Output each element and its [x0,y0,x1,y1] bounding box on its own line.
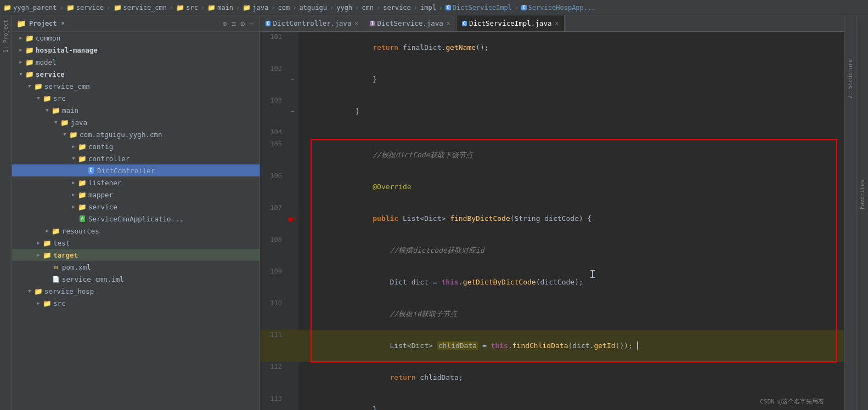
line-number: 110 [260,298,286,330]
tree-item-resources[interactable]: ▶ 📁 resources [12,225,260,237]
tree-item-iml[interactable]: ▶ 📄 service_cmn.iml [12,273,260,285]
line-gutter [286,298,298,330]
code-line-112: 112 return chlidData; [260,362,844,394]
arrow-icon: ↑ [293,215,297,223]
fold-icon[interactable]: − [291,77,294,83]
tab-close-button[interactable]: ✕ [354,20,358,27]
panel-collapse-button[interactable]: ≡ [230,19,237,28]
project-strip-label[interactable]: 1: Project [2,18,10,55]
code-lines: 101 return finalDict.getName(); 102 − } [260,32,844,410]
tree-label: service_cmn.iml [62,275,124,283]
breadcrumb-src[interactable]: 📁 src [176,4,198,12]
fold-icon[interactable]: − [291,109,294,115]
line-gutter [286,330,298,362]
tree-label: pom.xml [62,263,91,271]
tree-item-target[interactable]: ▶ 📁 target [12,249,260,261]
tree-item-hospital-manage[interactable]: ▶ 📁 hospital-manage [12,44,260,56]
folder-icon: 📁 [176,4,184,12]
folder-icon: 📁 [78,190,87,199]
tree-label: src [53,299,66,308]
tab-close-button[interactable]: ✕ [555,20,559,27]
line-number: 111 [260,330,286,362]
expand-icon: ▼ [52,118,60,127]
tree-label: service [88,203,117,211]
folder-icon: 📁 [78,154,87,163]
tab-label: DictController.java [273,19,351,27]
project-panel: 📁 Project ▼ ⊕ ≡ ⚙ − ▶ 📁 common ▶ 📁 [12,15,260,410]
tree-item-src-hosp[interactable]: ▶ 📁 src [12,297,260,309]
tree-label: service [36,70,65,78]
tab-DictController[interactable]: C DictController.java ✕ [260,15,364,31]
breadcrumb-com[interactable]: com [278,4,290,12]
folder-icon: 📁 [78,142,87,151]
folder-icon: 📁 [43,238,52,247]
favorites-strip-label[interactable]: Favorites [859,180,865,209]
tree-label: DictController [97,167,155,175]
tree-item-service-folder[interactable]: ▶ 📁 service [12,201,260,213]
panel-settings-button[interactable]: ⚙ [239,19,246,28]
tree-item-main[interactable]: ▼ 📁 main [12,104,260,116]
folder-target-icon: 📁 [43,250,52,259]
app-icon: A [78,214,87,223]
tree-item-common[interactable]: ▶ 📁 common [12,32,260,44]
breadcrumb-DictServiceImpl[interactable]: C DictServiceImpl [446,4,512,12]
tree-item-service-hosp[interactable]: ▼ 📁 service_hosp [12,285,260,297]
breadcrumb-main[interactable]: 📁 main [207,4,233,12]
folder-icon: 📁 [34,287,43,295]
tree-item-DictController[interactable]: ▶ C DictController [12,164,260,176]
tree-item-service-cmn[interactable]: ▼ 📁 service_cmn [12,80,260,92]
tab-DictServiceImpl[interactable]: C DictServiceImpl.java ✕ [456,15,565,31]
breadcrumb-yygh[interactable]: yygh [336,4,352,12]
tree-label: listener [88,179,121,187]
tree-item-mapper[interactable]: ▶ 📁 mapper [12,189,260,201]
breadcrumb-yygh-parent[interactable]: 📁 yygh_parent [3,4,57,12]
tree-item-listener[interactable]: ▶ 📁 listener [12,176,260,189]
tree-item-com-atguigu[interactable]: ▼ 📁 com.atguigu.yygh.cmn [12,128,260,140]
expand-icon: ▶ [69,142,78,151]
code-line-111: 111 List<Dict> chlidData = this.findChli… [260,330,844,362]
editor-wrapper: C DictController.java ✕ I DictService.ja… [260,15,844,410]
tree-item-test[interactable]: ▶ 📁 test [12,237,260,249]
code-line-103: 103 − } [260,95,844,127]
structure-strip-label[interactable]: 2: Structure [847,59,853,99]
panel-title: Project [29,20,57,27]
line-number: 106 [260,171,286,203]
tree-item-controller[interactable]: ▼ 📁 controller [12,152,260,164]
breadcrumb-service[interactable]: 📁 service [66,4,104,12]
tab-close-button[interactable]: ✕ [447,20,450,27]
line-number: 101 [260,32,286,64]
expand-icon: ▼ [69,154,78,163]
tree-item-service[interactable]: ▼ 📁 service [12,68,260,80]
panel-locate-button[interactable]: ⊕ [221,19,228,28]
breadcrumb-atguigu[interactable]: atguigu [299,4,327,12]
panel-minimize-button[interactable]: − [249,19,255,28]
tree-item-src[interactable]: ▼ 📁 src [12,92,260,104]
tree-label: com.atguigu.yygh.cmn [80,130,162,139]
breadcrumb-cmn[interactable]: cmn [362,4,374,12]
line-number: 102 [260,64,286,95]
tab-DictService[interactable]: I DictService.java ✕ [364,15,456,31]
line-code [298,127,306,139]
breadcrumb-ServiceHospApp[interactable]: C ServiceHospApp... [521,4,595,12]
expand-icon: ▶ [34,299,43,308]
line-number: 109 [260,266,286,298]
expand-icon: ▶ [34,238,43,247]
breakpoint-icon[interactable]: ● [288,214,292,223]
code-editor[interactable]: 101 return finalDict.getName(); 102 − } [260,32,844,410]
code-line-106: 106 @Override [260,171,844,203]
breadcrumb-impl[interactable]: impl [420,4,436,12]
tree-item-ServiceCmnApplication[interactable]: ▶ A ServiceCmnApplicatio... [12,213,260,225]
breadcrumb-service-pkg[interactable]: service [383,4,411,12]
expand-icon: ▶ [69,190,78,199]
breadcrumb-java[interactable]: 📁 java [243,4,268,12]
tree-item-model[interactable]: ▶ 📁 model [12,56,260,68]
panel-dropdown-icon[interactable]: ▼ [61,20,65,26]
tree-item-java[interactable]: ▼ 📁 java [12,116,260,128]
tree-label: test [53,239,70,247]
folder-icon: 📁 [34,82,43,90]
line-code: //根据dictcode获取对应id [298,235,486,266]
expand-icon: ▶ [16,33,25,42]
tree-item-config[interactable]: ▶ 📁 config [12,140,260,152]
tree-item-pom[interactable]: ▶ m pom.xml [12,261,260,273]
breadcrumb-service-cmn[interactable]: 📁 service_cmn [114,4,167,12]
